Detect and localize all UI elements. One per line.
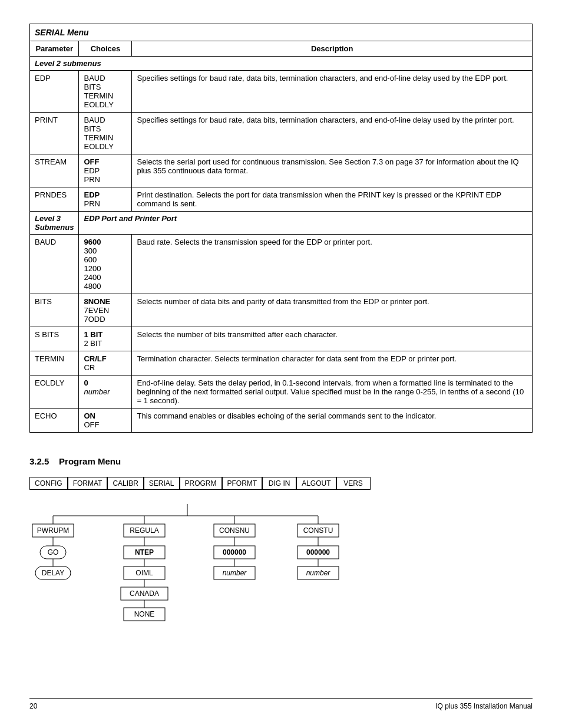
svg-text:000000: 000000 <box>306 548 330 556</box>
desc-echo: This command enables or disables echoing… <box>132 409 533 433</box>
choices-termin: CR/LFCR <box>79 351 132 375</box>
table-row: EOLDLY 0number End-of-line delay. Sets t… <box>30 375 533 409</box>
svg-text:CANADA: CANADA <box>130 589 159 598</box>
desc-eoldly: End-of-line delay. Sets the delay period… <box>132 375 533 409</box>
choices-prndes: EDPPRN <box>79 187 132 212</box>
table-row: PRINT BAUDBITSTERMINEOLDLY Specifies set… <box>30 113 533 154</box>
menu-config: CONFIG <box>29 477 68 490</box>
param-bits: BITS <box>30 294 79 327</box>
menu-calibr: CALIBR <box>107 477 143 490</box>
col-header-param: Parameter <box>30 41 79 57</box>
desc-baud: Baud rate. Selects the transmission spee… <box>132 235 533 294</box>
tree-diagram-svg: PWRUPM REGULA CONSNU CONSTU GO DELAY NTE… <box>29 490 383 649</box>
menu-progrm: PROGRM <box>180 477 222 490</box>
menu-bar: CONFIG FORMAT CALIBR SERIAL PROGRM PFORM… <box>29 477 533 490</box>
menu-format: FORMAT <box>68 477 108 490</box>
section-heading: 3.2.5 Program Menu <box>29 456 533 466</box>
param-prndes: PRNDES <box>30 187 79 212</box>
menu-serial: SERIAL <box>144 477 180 490</box>
subheading-level3-desc: EDP Port and Printer Port <box>79 212 533 235</box>
svg-text:DELAY: DELAY <box>42 569 64 577</box>
choices-echo: ONOFF <box>79 409 132 433</box>
menu-pformt: PFORMT <box>222 477 263 490</box>
footer-title: IQ plus 355 Installation Manual <box>435 702 533 710</box>
svg-text:CONSTU: CONSTU <box>303 526 333 535</box>
param-termin: TERMIN <box>30 351 79 375</box>
section-number: 3.2.5 <box>29 456 49 466</box>
table-title: SERIAL Menu <box>30 24 533 41</box>
program-menu-diagram: CONFIG FORMAT CALIBR SERIAL PROGRM PFORM… <box>29 477 533 649</box>
desc-stream: Selects the serial port used for continu… <box>132 154 533 187</box>
svg-text:PWRUPM: PWRUPM <box>37 526 70 535</box>
param-edp: EDP <box>30 71 79 113</box>
table-row: S BITS 1 BIT2 BIT Selects the number of … <box>30 327 533 351</box>
serial-menu-table: SERIAL Menu Parameter Choices Descriptio… <box>29 24 533 433</box>
page-footer: 20 IQ plus 355 Installation Manual <box>29 698 533 710</box>
table-row: STREAM OFFEDPPRN Selects the serial port… <box>30 154 533 187</box>
choices-print: BAUDBITSTERMINEOLDLY <box>79 113 132 154</box>
svg-text:NTEP: NTEP <box>135 548 154 556</box>
desc-edp: Specifies settings for baud rate, data b… <box>132 71 533 113</box>
svg-text:GO: GO <box>48 548 59 556</box>
col-header-desc: Description <box>132 41 533 57</box>
svg-text:number: number <box>306 569 331 577</box>
svg-text:NONE: NONE <box>134 610 155 618</box>
section-title: Program Menu <box>59 456 121 466</box>
menu-algout: ALGOUT <box>296 477 336 490</box>
choices-sbits: 1 BIT2 BIT <box>79 327 132 351</box>
svg-text:OIML: OIML <box>135 569 153 577</box>
svg-text:REGULA: REGULA <box>130 526 158 535</box>
subheading-level2: Level 2 submenus <box>30 57 533 71</box>
choices-edp: BAUDBITSTERMINEOLDLY <box>79 71 132 113</box>
desc-print: Specifies settings for baud rate, data b… <box>132 113 533 154</box>
desc-termin: Termination character. Selects terminati… <box>132 351 533 375</box>
table-row: BAUD 9600300600120024004800 Baud rate. S… <box>30 235 533 294</box>
table-row: ECHO ONOFF This command enables or disab… <box>30 409 533 433</box>
param-sbits: S BITS <box>30 327 79 351</box>
param-stream: STREAM <box>30 154 79 187</box>
table-row: EDP BAUDBITSTERMINEOLDLY Specifies setti… <box>30 71 533 113</box>
table-row: BITS 8NONE7EVEN7ODD Selects number of da… <box>30 294 533 327</box>
svg-text:000000: 000000 <box>223 548 246 556</box>
menu-digin: DIG IN <box>262 477 296 490</box>
menu-vers: VERS <box>336 477 371 490</box>
svg-text:number: number <box>223 569 247 577</box>
table-row: TERMIN CR/LFCR Termination character. Se… <box>30 351 533 375</box>
choices-baud: 9600300600120024004800 <box>79 235 132 294</box>
table-row: PRNDES EDPPRN Print destination. Selects… <box>30 187 533 212</box>
choices-eoldly: 0number <box>79 375 132 409</box>
page-number: 20 <box>29 702 37 710</box>
param-print: PRINT <box>30 113 79 154</box>
desc-prndes: Print destination. Selects the port for … <box>132 187 533 212</box>
desc-bits: Selects number of data bits and parity o… <box>132 294 533 327</box>
svg-text:CONSNU: CONSNU <box>219 526 250 535</box>
param-echo: ECHO <box>30 409 79 433</box>
choices-bits: 8NONE7EVEN7ODD <box>79 294 132 327</box>
col-header-choices: Choices <box>79 41 132 57</box>
choices-stream: OFFEDPPRN <box>79 154 132 187</box>
param-eoldly: EOLDLY <box>30 375 79 409</box>
desc-sbits: Selects the number of bits transmitted a… <box>132 327 533 351</box>
subheading-level3: Level 3 Submenus <box>30 212 79 235</box>
param-baud: BAUD <box>30 235 79 294</box>
